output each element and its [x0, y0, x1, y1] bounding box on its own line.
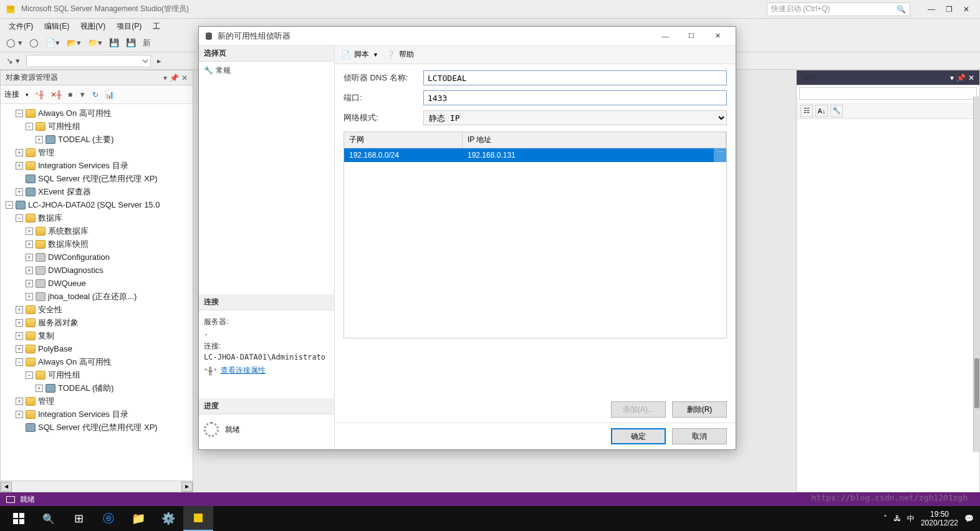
expand-icon[interactable]: + — [26, 227, 33, 235]
explorer-icon[interactable]: 📁 — [123, 506, 153, 531]
task-view-button[interactable]: ⊞ — [64, 506, 94, 531]
clock[interactable]: 19:50 2020/12/22 — [921, 510, 958, 527]
expand-icon[interactable]: − — [16, 214, 23, 222]
horizontal-scrollbar[interactable]: ◀ ▶ — [1, 481, 193, 492]
restore-button[interactable]: ❐ — [940, 2, 958, 16]
netmode-select[interactable]: 静态 IP — [423, 110, 727, 125]
tree-node[interactable]: +Integration Services 目录 — [1, 408, 193, 421]
expand-icon[interactable]: + — [16, 306, 23, 313]
menu-edit[interactable]: 编辑(E) — [39, 20, 74, 33]
help-button[interactable]: 帮助 — [399, 49, 414, 60]
tree-node[interactable]: +数据库快照 — [1, 237, 193, 251]
menu-view[interactable]: 视图(V) — [75, 20, 110, 33]
tree-node[interactable]: +安全性 — [1, 303, 193, 316]
quick-launch-input[interactable]: 快速启动 (Ctrl+Q) 🔍 — [767, 2, 910, 16]
tree-node[interactable]: +DWQueue — [1, 277, 193, 290]
panel-close-icon[interactable]: ✕ — [968, 74, 974, 82]
alphabetical-icon[interactable]: A↓ — [815, 105, 828, 117]
tree-node[interactable]: +TODEAL (辅助) — [1, 381, 193, 395]
panel-dropdown-icon[interactable]: ▾ — [163, 74, 167, 82]
start-button[interactable] — [4, 506, 34, 531]
expand-icon[interactable]: + — [36, 136, 43, 143]
tree-node[interactable]: −Always On 高可用性 — [1, 107, 193, 120]
expand-icon[interactable]: + — [26, 267, 33, 274]
tree-node[interactable]: −Always On 高可用性 — [1, 355, 193, 368]
expand-icon[interactable]: + — [16, 332, 23, 340]
menu-file[interactable]: 文件(F) — [4, 20, 38, 33]
network-icon[interactable]: 🖧 — [893, 514, 901, 523]
browse-icon[interactable]: ⋯ — [714, 148, 726, 162]
scroll-left-arrow[interactable]: ◀ — [1, 482, 12, 492]
expand-icon[interactable]: − — [26, 371, 33, 379]
expand-icon[interactable]: − — [16, 110, 23, 117]
pin-icon[interactable]: 📌 — [956, 74, 966, 82]
refresh-icon[interactable]: ↻ — [92, 90, 98, 99]
expand-icon[interactable]: + — [16, 398, 23, 405]
expand-icon[interactable]: + — [16, 411, 23, 418]
tree-node[interactable]: SQL Server 代理(已禁用代理 XP) — [1, 172, 193, 185]
tree-node[interactable]: +管理 — [1, 395, 193, 408]
cancel-button[interactable]: 取消 — [672, 428, 727, 444]
script-button[interactable]: 脚本 — [354, 49, 369, 60]
properties-object-selector[interactable] — [799, 87, 977, 100]
minimize-button[interactable]: — — [923, 2, 940, 16]
categorized-icon[interactable]: ☷ — [800, 105, 813, 117]
expand-icon[interactable]: + — [36, 385, 43, 392]
col-subnet[interactable]: 子网 — [344, 132, 463, 148]
execute-button[interactable]: ▸ — [155, 55, 164, 67]
dialog-minimize-button[interactable]: — — [652, 28, 678, 44]
page-general[interactable]: 🔧常规 — [199, 62, 334, 80]
expand-icon[interactable]: − — [26, 123, 33, 130]
remove-button[interactable]: 删除(R) — [672, 401, 727, 418]
tree-node[interactable]: +XEvent 探查器 — [1, 185, 193, 198]
expand-icon[interactable]: + — [16, 319, 23, 327]
expand-icon[interactable]: − — [6, 201, 13, 209]
save-button[interactable]: 💾 — [107, 37, 122, 49]
tree-node[interactable]: +DWDiagnostics — [1, 264, 193, 277]
expand-icon[interactable]: + — [16, 162, 23, 170]
tree-node[interactable]: +DWConfiguration — [1, 251, 193, 264]
disconnect-icon[interactable]: ✕╫ — [50, 90, 62, 99]
wrench-icon[interactable]: 🔧 — [830, 105, 843, 117]
tree-node[interactable]: +TODEAL (主要) — [1, 133, 193, 146]
col-ip[interactable]: IP 地址 — [463, 132, 726, 148]
object-explorer-tree[interactable]: −Always On 高可用性−可用性组+TODEAL (主要)+管理+Inte… — [1, 104, 193, 481]
tree-node[interactable]: +系统数据库 — [1, 224, 193, 237]
tree-node[interactable]: +服务器对象 — [1, 316, 193, 329]
new-item-button[interactable]: 新 — [140, 36, 153, 50]
right-scrollbar[interactable] — [973, 97, 980, 452]
expand-icon[interactable]: + — [26, 293, 33, 300]
tree-node[interactable]: +jhoa_todeal (正在还原...) — [1, 290, 193, 303]
add-button[interactable]: 添加(A)... — [611, 401, 666, 418]
ie-icon[interactable]: ⓔ — [94, 506, 123, 531]
menu-project[interactable]: 项目(P) — [112, 20, 147, 33]
close-button[interactable]: ✕ — [958, 2, 975, 16]
port-input[interactable] — [423, 90, 727, 105]
expand-icon[interactable]: + — [16, 345, 23, 353]
tree-node[interactable]: +Integration Services 目录 — [1, 159, 193, 172]
view-connection-link[interactable]: 查看连接属性 — [221, 365, 266, 376]
panel-dropdown-icon[interactable]: ▾ — [950, 74, 954, 82]
ssms-taskbar-icon[interactable] — [183, 506, 213, 531]
activity-icon[interactable]: 📊 — [105, 90, 114, 99]
tree-node[interactable]: −可用性组 — [1, 368, 193, 381]
forward-button[interactable]: ◯ — [27, 37, 41, 49]
tree-node[interactable]: +PolyBase — [1, 342, 193, 355]
tree-node[interactable]: SQL Server 代理(已禁用代理 XP) — [1, 421, 193, 434]
db-selector[interactable] — [26, 55, 151, 67]
tree-node[interactable]: −数据库 — [1, 211, 193, 224]
ok-button[interactable]: 确定 — [611, 428, 666, 444]
settings-icon[interactable]: ⚙️ — [153, 506, 183, 531]
pin-icon[interactable]: 📌 — [170, 74, 179, 82]
scroll-right-arrow[interactable]: ▶ — [181, 482, 193, 492]
tree-node[interactable]: −可用性组 — [1, 120, 193, 133]
tray-chevron-icon[interactable]: ˄ — [883, 514, 887, 523]
menu-tools[interactable]: 工 — [148, 20, 165, 33]
tree-node[interactable]: −LC-JHOA-DATA02 (SQL Server 15.0 — [1, 198, 193, 211]
ime-indicator[interactable]: 中 — [907, 514, 915, 524]
expand-icon[interactable]: + — [16, 188, 23, 196]
expand-icon[interactable]: + — [16, 149, 23, 156]
connect-icon[interactable]: ⁺╫ — [35, 90, 44, 99]
expand-icon[interactable]: + — [26, 280, 33, 287]
notifications-icon[interactable]: 💬 — [964, 514, 974, 523]
